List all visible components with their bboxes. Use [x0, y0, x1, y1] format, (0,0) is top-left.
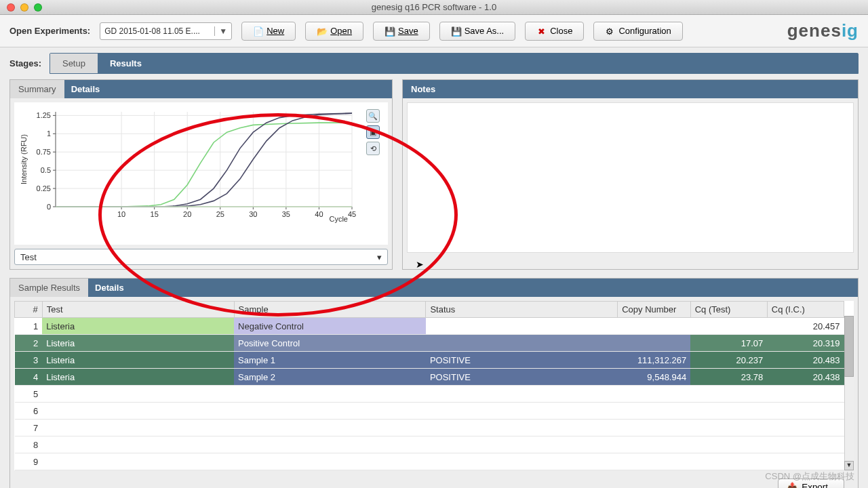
folder-open-icon: 📂 [317, 26, 326, 36]
col-test[interactable]: Test [42, 302, 234, 318]
notes-textarea[interactable] [407, 102, 854, 253]
tab-summary[interactable]: Summary [10, 80, 64, 98]
table-row[interactable]: 3ListeriaSample 1POSITIVE111,312.26720.2… [15, 352, 844, 369]
experiment-select[interactable]: GD 2015-01-08 11.05 E.... ▼ [100, 22, 232, 40]
svg-text:Cycle: Cycle [329, 215, 348, 223]
test-select[interactable]: Test ▾ [14, 249, 388, 265]
reset-zoom-icon[interactable]: ⟲ [366, 142, 380, 155]
svg-text:Intensity (RFU): Intensity (RFU) [20, 134, 28, 184]
amplification-chart: 101520253035404500.250.50.7511.25Intensi… [14, 102, 388, 245]
titlebar: genesig q16 PCR software - 1.0 [0, 0, 868, 15]
scroll-down-icon[interactable]: ▼ [844, 461, 854, 470]
col-status[interactable]: Status [426, 302, 618, 318]
results-table: # Test Sample Status Copy Number Cq (Tes… [14, 301, 844, 470]
svg-text:25: 25 [216, 210, 224, 218]
test-select-value: Test [20, 252, 37, 262]
window-title: genesig q16 PCR software - 1.0 [0, 2, 868, 12]
window-close-icon[interactable] [7, 3, 15, 12]
configuration-button[interactable]: ⚙Configuration [593, 22, 682, 41]
svg-text:0.5: 0.5 [41, 166, 51, 174]
brand-logo: genesig [787, 20, 859, 41]
table-row[interactable]: 2ListeriaPositive Control17.0720.319 [15, 335, 844, 352]
table-row[interactable]: 8 [15, 436, 844, 453]
col-sample[interactable]: Sample [234, 302, 426, 318]
svg-text:40: 40 [315, 210, 323, 218]
tab-results[interactable]: Results [98, 54, 154, 73]
table-row[interactable]: 4ListeriaSample 2POSITIVE9,548.94423.782… [15, 369, 844, 386]
watermark: CSDN @点成生物科技 [765, 470, 854, 483]
svg-text:15: 15 [151, 210, 159, 218]
svg-text:0.75: 0.75 [37, 148, 51, 156]
svg-text:0: 0 [47, 203, 51, 211]
notes-panel: Notes [402, 79, 859, 270]
toolbar: Open Experiments: GD 2015-01-08 11.05 E.… [0, 15, 868, 47]
zoom-box-icon[interactable]: ▣ [366, 125, 380, 139]
svg-text:0.25: 0.25 [37, 184, 51, 192]
chevron-down-icon: ▾ [377, 252, 382, 262]
chevron-down-icon: ▼ [214, 26, 227, 36]
zoom-in-icon[interactable]: 🔍 [366, 109, 380, 123]
notes-title: Notes [411, 84, 435, 94]
svg-text:30: 30 [249, 210, 257, 218]
sample-results-panel: Sample Results Details # Test Sample Sta… [9, 278, 859, 488]
open-experiments-label: Open Experiments: [9, 26, 90, 36]
table-row[interactable]: 5 [15, 386, 844, 403]
open-button[interactable]: 📂Open [305, 22, 363, 41]
tab-setup[interactable]: Setup [50, 54, 98, 73]
close-button[interactable]: ✖Close [525, 22, 584, 41]
table-row[interactable]: 1ListeriaNegative Control20.457 [15, 318, 844, 335]
col-cq-test[interactable]: Cq (Test) [690, 302, 767, 318]
col-copy[interactable]: Copy Number [618, 302, 690, 318]
stages-tabbar: Setup Results [50, 53, 859, 74]
details-panel: Summary Details 101520253035404500.250.5… [9, 79, 393, 270]
tab-details[interactable]: Details [71, 84, 108, 94]
col-num[interactable]: # [15, 302, 43, 318]
col-cq-ic[interactable]: Cq (I.C.) [767, 302, 844, 318]
table-row[interactable]: 9 [15, 453, 844, 470]
svg-text:10: 10 [117, 210, 125, 218]
tab-sample-results[interactable]: Sample Results [10, 279, 88, 297]
export-icon: 📤 [787, 482, 798, 488]
window-minimize-icon[interactable] [20, 3, 28, 12]
svg-text:20: 20 [183, 210, 191, 218]
new-button[interactable]: 📄New [241, 22, 296, 41]
svg-text:1.25: 1.25 [37, 111, 51, 119]
chart-svg: 101520253035404500.250.50.7511.25Intensi… [18, 108, 371, 223]
save-button[interactable]: 💾Save [373, 22, 430, 41]
experiment-select-value: GD 2015-01-08 11.05 E.... [104, 26, 200, 36]
svg-text:1: 1 [47, 129, 51, 138]
table-row[interactable]: 6 [15, 403, 844, 420]
scroll-thumb[interactable] [844, 316, 854, 377]
save-icon: 💾 [384, 26, 394, 36]
svg-text:35: 35 [282, 210, 290, 218]
stages-label: Stages: [9, 53, 50, 74]
table-row[interactable]: 7 [15, 420, 844, 436]
save-as-button[interactable]: 💾Save As... [439, 22, 516, 41]
tab-results-details[interactable]: Details [95, 283, 132, 293]
file-new-icon: 📄 [253, 26, 262, 36]
gear-icon: ⚙ [605, 26, 614, 36]
save-as-icon: 💾 [451, 26, 460, 36]
svg-text:45: 45 [348, 210, 356, 218]
close-icon: ✖ [536, 26, 546, 36]
window-zoom-icon[interactable] [34, 3, 42, 12]
